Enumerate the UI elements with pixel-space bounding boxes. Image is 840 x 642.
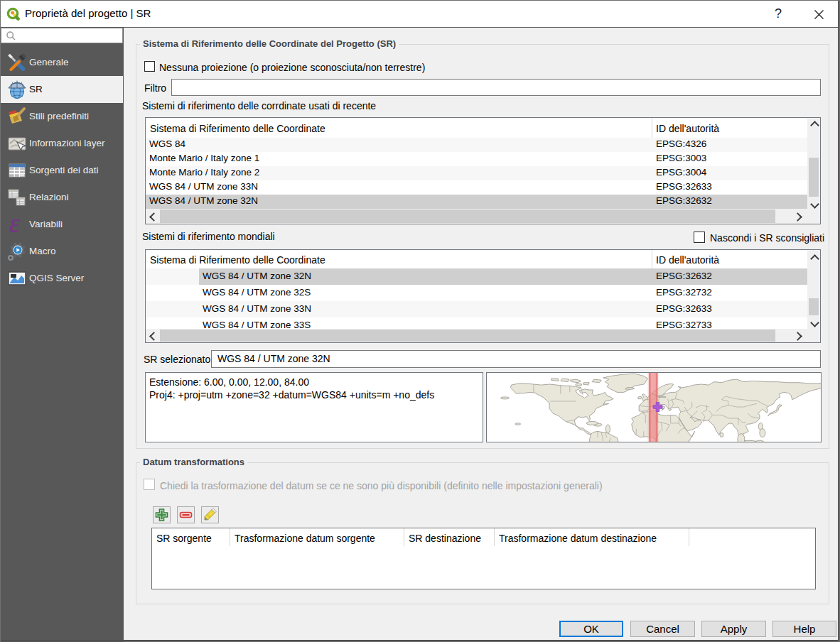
svg-text:ε: ε [9,214,20,234]
